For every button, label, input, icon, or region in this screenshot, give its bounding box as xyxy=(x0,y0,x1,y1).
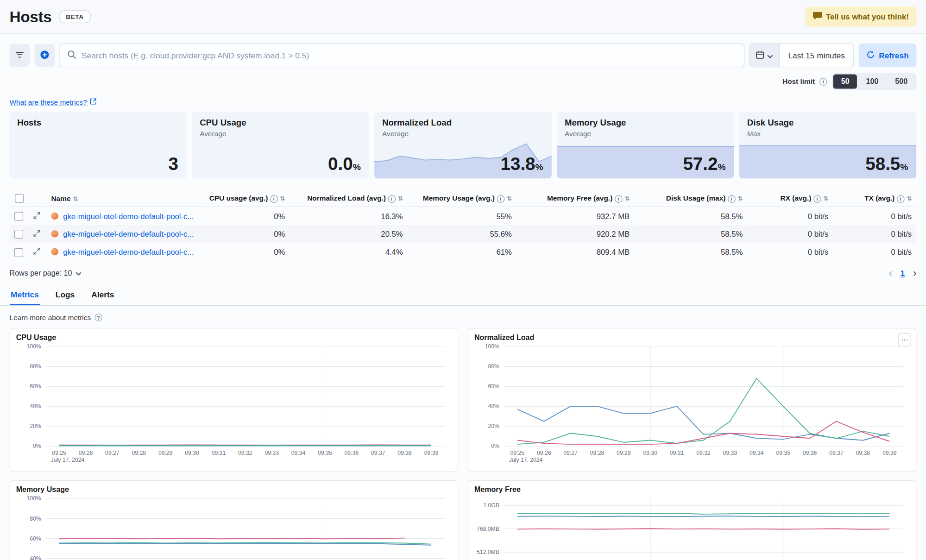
svg-text:1.0GB: 1.0GB xyxy=(483,502,499,509)
refresh-button[interactable]: Refresh xyxy=(858,44,916,67)
info-icon[interactable]: i xyxy=(728,195,736,203)
svg-text:0%: 0% xyxy=(33,443,41,449)
quick-select-button[interactable] xyxy=(750,44,780,67)
svg-text:09:36: 09:36 xyxy=(803,449,817,456)
cell-rx: 0 bit/s xyxy=(748,207,833,225)
info-icon[interactable]: i xyxy=(820,78,828,86)
feedback-label: Tell us what you think! xyxy=(826,12,909,21)
column-header-cpu[interactable]: CPU usage (avg.) i⇅ xyxy=(204,190,290,207)
svg-text:09:33: 09:33 xyxy=(265,449,279,456)
host-limit-row: Host limit i 50 100 500 xyxy=(0,67,926,90)
column-header-rx[interactable]: RX (avg.) i⇅ xyxy=(748,190,833,207)
svg-text:09:38: 09:38 xyxy=(856,449,870,456)
chart-panel-memory-free: Memory Free 512.0MB768.0MB1.0GB09:2509:2… xyxy=(468,480,917,560)
svg-text:09:32: 09:32 xyxy=(238,449,252,456)
svg-text:20%: 20% xyxy=(488,423,499,429)
search-box[interactable] xyxy=(59,44,744,67)
next-page-icon[interactable]: › xyxy=(913,268,916,278)
row-checkbox[interactable] xyxy=(14,248,23,257)
add-filter-button[interactable] xyxy=(35,44,55,67)
select-all-checkbox[interactable] xyxy=(14,194,23,203)
svg-text:July 17, 2024: July 17, 2024 xyxy=(509,456,543,463)
svg-text:100%: 100% xyxy=(26,343,41,349)
filter-button[interactable] xyxy=(10,44,30,67)
host-name-link[interactable]: gke-miguel-otel-demo-default-pool-c... xyxy=(63,212,194,220)
host-name-link[interactable]: gke-miguel-otel-demo-default-pool-c... xyxy=(63,230,194,239)
kpi-card-normalized-load[interactable]: Normalized Load Average 13.8% xyxy=(374,112,551,179)
kpi-card-memory-usage[interactable]: Memory Usage Average 57.2% xyxy=(557,112,734,179)
sort-icon: ⇅ xyxy=(73,195,78,202)
chart-title: Memory Usage xyxy=(16,485,452,494)
cell-disk: 58.5% xyxy=(634,243,747,261)
column-header-name[interactable]: Name⇅ xyxy=(46,190,204,207)
info-icon[interactable]: i xyxy=(497,195,504,203)
svg-text:60%: 60% xyxy=(30,535,41,541)
expand-row-icon[interactable] xyxy=(33,212,40,220)
host-name-link[interactable]: gke-miguel-otel-demo-default-pool-c... xyxy=(63,247,194,256)
column-header-memory-free[interactable]: Memory Free (avg.) i⇅ xyxy=(517,190,634,207)
kpi-title: Normalized Load xyxy=(382,118,544,127)
column-header-memory[interactable]: Memory Usage (avg.) i⇅ xyxy=(408,190,517,207)
tab-alerts[interactable]: Alerts xyxy=(90,285,115,305)
tab-logs[interactable]: Logs xyxy=(54,285,76,305)
refresh-icon xyxy=(866,50,875,61)
kpi-unit: % xyxy=(353,162,361,172)
host-icon xyxy=(51,213,58,220)
row-checkbox[interactable] xyxy=(14,212,23,221)
svg-text:09:25: 09:25 xyxy=(52,449,66,456)
row-checkbox[interactable] xyxy=(14,230,23,239)
host-limit-label: Host limit xyxy=(782,77,815,86)
rows-per-page-label: Rows per page: 10 xyxy=(10,269,72,277)
feedback-button[interactable]: Tell us what you think! xyxy=(805,6,916,27)
info-icon[interactable]: i xyxy=(388,195,396,203)
cell-load: 16.3% xyxy=(290,207,408,225)
sort-icon: ⇅ xyxy=(624,195,630,202)
cpu-usage-chart[interactable]: 0%20%40%60%80%100%09:2509:2609:2709:2809… xyxy=(16,342,452,464)
info-icon[interactable]: i xyxy=(615,195,623,203)
plus-circle-icon xyxy=(40,50,50,61)
table-row: gke-miguel-otel-demo-default-pool-c... 0… xyxy=(10,207,917,225)
cell-tx: 0 bit/s xyxy=(833,207,917,225)
memory-free-chart[interactable]: 512.0MB768.0MB1.0GB09:2509:2609:2709:280… xyxy=(474,495,910,560)
time-range-button[interactable]: Last 15 minutes xyxy=(780,44,853,67)
host-limit-50[interactable]: 50 xyxy=(833,75,857,89)
expand-row-icon[interactable] xyxy=(33,247,40,256)
tab-metrics[interactable]: Metrics xyxy=(10,285,40,305)
what-are-metrics-label: What are these metrics? xyxy=(10,98,87,107)
normalized-load-chart[interactable]: 0%20%40%60%80%100%09:2509:2609:2709:2809… xyxy=(474,342,910,464)
help-icon[interactable]: ? xyxy=(94,314,102,321)
host-limit-500[interactable]: 500 xyxy=(888,75,915,89)
kpi-card-cpu-usage[interactable]: CPU Usage Average 0.0% xyxy=(192,112,369,179)
date-picker-group: Last 15 minutes xyxy=(750,44,854,67)
svg-text:80%: 80% xyxy=(30,515,41,522)
previous-page-icon[interactable]: ‹ xyxy=(889,268,892,278)
column-header-load[interactable]: Normalized Load (avg.) i⇅ xyxy=(290,190,408,207)
page-number[interactable]: 1 xyxy=(901,269,905,277)
cell-memory: 55.6% xyxy=(408,225,517,243)
host-icon xyxy=(51,231,58,238)
chart-panel-normalized-load: Normalized Load ⋯ 0%20%40%60%80%100%09:2… xyxy=(468,327,917,472)
kpi-card-disk-usage[interactable]: Disk Usage Max 58.5% xyxy=(739,112,916,179)
expand-row-icon[interactable] xyxy=(33,230,40,239)
sort-icon: ⇅ xyxy=(824,195,829,202)
column-header-disk[interactable]: Disk Usage (max) i⇅ xyxy=(634,190,747,207)
chart-title: Normalized Load xyxy=(474,333,910,341)
cell-load: 20.5% xyxy=(290,225,408,243)
host-limit-100[interactable]: 100 xyxy=(858,75,886,89)
column-header-tx[interactable]: TX (avg.) i⇅ xyxy=(833,190,917,207)
memory-usage-chart[interactable]: 0%20%40%60%80%100%09:2509:2609:2709:2809… xyxy=(16,495,452,560)
hosts-table: Name⇅ CPU usage (avg.) i⇅ Normalized Loa… xyxy=(0,178,926,261)
info-icon[interactable]: i xyxy=(270,195,278,203)
info-icon[interactable]: i xyxy=(813,195,821,203)
chart-title: Memory Free xyxy=(474,485,910,494)
svg-text:09:37: 09:37 xyxy=(371,449,385,456)
search-input[interactable] xyxy=(82,51,737,60)
chevron-down-icon xyxy=(76,269,82,277)
svg-text:09:36: 09:36 xyxy=(345,449,359,456)
chevron-down-icon xyxy=(768,51,774,60)
what-are-metrics-link[interactable]: What are these metrics? xyxy=(0,90,926,107)
rows-per-page-button[interactable]: Rows per page: 10 xyxy=(10,269,82,277)
kpi-card-hosts[interactable]: Hosts 3 xyxy=(10,112,187,179)
info-icon[interactable]: i xyxy=(897,195,905,203)
svg-text:09:29: 09:29 xyxy=(617,449,631,456)
